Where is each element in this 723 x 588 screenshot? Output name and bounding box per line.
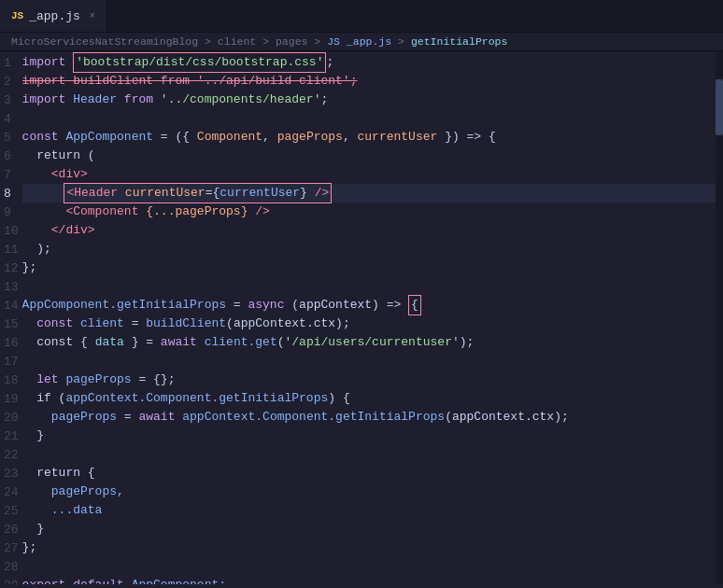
token: async (248, 296, 291, 315)
code-line-29: export default AppComponent; (22, 576, 716, 584)
code-line-23: return { (22, 464, 716, 483)
token: client (80, 315, 132, 333)
token: (appContext.ctx); (445, 408, 569, 427)
import-path-outline: 'bootstrap/dist/css/bootstrap.css' (73, 52, 326, 73)
line-num-8: 8 (0, 184, 22, 203)
code-line-1: import 'bootstrap/dist/css/bootstrap.css… (22, 53, 716, 72)
line-num-28: 28 (0, 557, 22, 576)
token: from (124, 91, 161, 109)
line-num-5: 5 (0, 128, 22, 147)
token: ( (277, 333, 285, 352)
line-num-3: 3 (0, 91, 22, 109)
token: (appContext.ctx); (226, 315, 350, 333)
file-tab[interactable]: JS _app.js × (0, 0, 107, 32)
code-line-24: pageProps, (22, 483, 716, 501)
token: await (138, 408, 182, 427)
tab-close-button[interactable]: × (90, 11, 95, 21)
code-line-2: import buildClient from '../api/build-cl… (22, 72, 716, 91)
token: }; (22, 259, 37, 277)
line-num-1: 1 (0, 53, 22, 72)
token: '../components/header' (161, 91, 321, 109)
code-line-28 (22, 557, 716, 576)
token: await (161, 333, 205, 352)
token: } (22, 520, 44, 539)
token: if ( (22, 389, 66, 408)
line-num-9: 9 (0, 203, 22, 221)
code-line-6: return ( (22, 147, 716, 165)
token: Header (73, 91, 124, 109)
token: (appContext) => (291, 296, 408, 315)
token: pageProps (51, 408, 124, 427)
token: ); (22, 240, 51, 259)
token: return { (22, 464, 95, 483)
code-line-3: import Header from '../components/header… (22, 91, 716, 109)
token: /> (248, 203, 269, 221)
code-line-27: }; (22, 539, 716, 557)
code-line-21: } (22, 427, 716, 445)
code-line-13 (22, 277, 716, 296)
line-num-17: 17 (0, 352, 22, 371)
line-numbers: 1 2 3 4 5 6 7 8 9 10 11 12 13 14 15 16 1… (0, 51, 22, 584)
token: ); (460, 333, 475, 352)
code-line-25: ...data (22, 501, 716, 520)
line-num-11: 11 (0, 240, 22, 259)
code-line-20: pageProps = await appContext.Component.g… (22, 408, 716, 427)
code-line-17 (22, 352, 716, 371)
token: = (234, 296, 248, 315)
line-num-19: 19 (0, 389, 22, 408)
token: ; (320, 91, 328, 109)
breadcrumb: MicroServicesNatStreamingBlog > client >… (0, 33, 723, 51)
token: AppComponent; (132, 576, 226, 584)
token: <Header (66, 186, 124, 200)
token: } (300, 186, 307, 200)
code-line-18: let pageProps = {}; (22, 371, 716, 389)
token: const (22, 128, 66, 147)
line-num-22: 22 (0, 445, 22, 464)
code-line-4 (22, 109, 716, 128)
token: return ( (22, 147, 95, 165)
token: const { (22, 333, 95, 352)
minimap (716, 51, 723, 584)
line-num-25: 25 (0, 501, 22, 520)
breadcrumb-text: MicroServicesNatStreamingBlog > client >… (11, 35, 507, 48)
line-num-14: 14 (0, 296, 22, 315)
line-num-10: 10 (0, 221, 22, 240)
token: , (343, 128, 358, 147)
line-num-29: 29 (0, 576, 22, 584)
jsx-header-outline: <Header currentUser={currentUser} /> (64, 183, 332, 203)
token (22, 315, 37, 333)
token: }) => { (437, 128, 495, 147)
line-num-15: 15 (0, 315, 22, 333)
tab-bar: JS _app.js × (0, 0, 723, 33)
code-line-14: AppComponent.getInitialProps = async (ap… (22, 296, 716, 315)
token: '/api/users/currentuser' (285, 333, 460, 352)
token: AppComponent.getInitialProps (22, 296, 234, 315)
code-line-22 (22, 445, 716, 464)
token: const (36, 315, 80, 333)
code-line-8: <Header currentUser={currentUser} /> (22, 184, 716, 203)
token: export (22, 576, 74, 584)
token: let (36, 371, 65, 389)
token: 'bootstrap/dist/css/bootstrap.css' (76, 55, 323, 69)
code-editor[interactable]: import 'bootstrap/dist/css/bootstrap.css… (22, 51, 716, 584)
line-num-2: 2 (0, 72, 22, 91)
tab-filename: _app.js (29, 9, 80, 23)
line-num-7: 7 (0, 165, 22, 184)
code-line-9: <Component {...pageProps} /> (22, 203, 716, 221)
token: import (22, 91, 74, 109)
token: appContext.Component.getInitialProps (65, 389, 328, 408)
token: Component (197, 128, 262, 147)
line-num-6: 6 (0, 147, 22, 165)
token: ={ (206, 186, 220, 200)
code-line-5: const AppComponent = ({ Component, pageP… (22, 128, 716, 147)
line-num-4: 4 (0, 109, 22, 128)
token: default (73, 576, 131, 584)
line-num-26: 26 (0, 520, 22, 539)
token: <Component (22, 203, 147, 221)
token: } (22, 427, 44, 445)
line-num-23: 23 (0, 464, 22, 483)
token (22, 184, 66, 203)
line-num-21: 21 (0, 427, 22, 445)
token: ...data (22, 501, 103, 520)
token: appContext.Component.getInitialProps (182, 408, 445, 427)
